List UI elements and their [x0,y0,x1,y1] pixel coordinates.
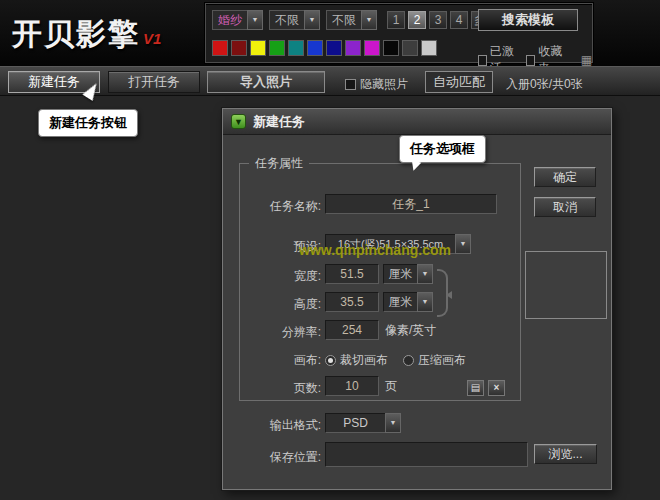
save-location-input[interactable] [325,442,528,467]
color-swatch[interactable] [269,40,285,56]
filter-panel: 婚纱 ▼ 不限 ▼ 不限 ▼ 1234多 搜索模板 已激活 [205,3,593,63]
task-name-input[interactable] [325,194,497,214]
width-unit-value: 厘米 [383,264,417,284]
search-template-button[interactable]: 搜索模板 [478,9,578,31]
chevron-down-icon[interactable]: ▼ [417,264,433,284]
task-name-label: 任务名称: [233,196,321,216]
save-location-label: 保存位置: [233,447,321,467]
ok-button[interactable]: 确定 [534,167,596,187]
width-unit-dropdown[interactable]: 厘米 ▼ [383,264,433,284]
dropdown-category-value: 婚纱 [212,10,247,30]
output-format-value: PSD [325,413,385,433]
dialog-title-bar: ▼ 新建任务 [223,109,611,135]
filter-row: 婚纱 ▼ 不限 ▼ 不限 ▼ 1234多 [212,10,489,30]
dropdown-filter-1[interactable]: 不限 ▼ [269,10,320,30]
radio-icon [403,355,414,366]
chevron-down-icon[interactable]: ▼ [361,10,377,30]
color-swatch[interactable] [250,40,266,56]
dropdown-filter-2[interactable]: 不限 ▼ [326,10,377,30]
filter-count-button-4[interactable]: 4 [450,11,468,29]
color-swatch[interactable] [307,40,323,56]
dialog-title: 新建任务 [253,109,305,135]
preview-box [525,251,607,319]
width-label: 宽度: [233,266,321,286]
hide-photos-label: 隐藏照片 [360,76,408,93]
canvas-label: 画布: [233,350,321,370]
height-unit-dropdown[interactable]: 厘米 ▼ [383,292,433,312]
width-input[interactable] [325,264,379,284]
app-window: 开贝影擎V1 婚纱 ▼ 不限 ▼ 不限 ▼ 1234多 搜索模板 [0,0,660,500]
resolution-label: 分辨率: [233,322,321,342]
filter-count-button-3[interactable]: 3 [429,11,447,29]
resolution-input[interactable] [325,320,379,340]
color-swatch[interactable] [421,40,437,56]
hide-photos-checkbox[interactable]: 隐藏照片 [345,76,408,93]
link-bracket-icon [437,269,448,317]
filter-count-button-1[interactable]: 1 [387,11,405,29]
color-swatch[interactable] [231,40,247,56]
import-photos-button[interactable]: 导入照片 [207,71,325,93]
grid-icon[interactable]: ▦ [581,53,592,67]
output-format-label: 输出格式: [233,415,321,435]
canvas-compress-label: 压缩画布 [418,352,466,369]
height-unit-value: 厘米 [383,292,417,312]
checkbox-icon [345,79,356,90]
auto-match-button[interactable]: 自动匹配 [425,71,493,93]
cancel-button[interactable]: 取消 [534,197,596,217]
pages-unit: 页 [385,376,397,396]
browse-button[interactable]: 浏览... [534,444,597,464]
canvas-compress-radio[interactable]: 压缩画布 [403,350,466,370]
dropdown-filter-2-value: 不限 [326,10,361,30]
chevron-down-icon[interactable]: ▼ [385,413,401,433]
logo-text: 开贝影擎 [12,17,140,50]
delete-preset-button[interactable]: × [488,380,505,396]
height-label: 高度: [233,294,321,314]
dialog-icon: ▼ [231,114,246,129]
save-preset-button[interactable]: ▤ [467,380,484,396]
toolbar: 新建任务 打开任务 导入照片 隐藏照片 自动匹配 入册0张/共0张 [0,66,660,96]
swatch-row [212,40,437,56]
output-format-dropdown[interactable]: PSD ▼ [325,413,401,433]
logo-version: V1 [143,30,161,47]
new-task-dialog: ▼ 新建任务 任务选项框 任务属性 任务名称: 预设: 16寸(竖)51.5×3… [222,108,612,490]
dropdown-filter-1-value: 不限 [269,10,304,30]
height-input[interactable] [325,292,379,312]
filter-count-button-2[interactable]: 2 [408,11,426,29]
chevron-down-icon[interactable]: ▼ [455,234,471,254]
color-swatch[interactable] [402,40,418,56]
radio-icon [325,355,336,366]
album-count: 入册0张/共0张 [506,76,583,93]
color-swatch[interactable] [345,40,361,56]
color-swatch[interactable] [364,40,380,56]
app-logo: 开贝影擎V1 [12,14,161,55]
chevron-down-icon[interactable]: ▼ [304,10,320,30]
callout-new-task: 新建任务按钮 [38,109,138,137]
callout-task-options: 任务选项框 [399,135,486,163]
dropdown-category[interactable]: 婚纱 ▼ [212,10,263,30]
app-header: 开贝影擎V1 婚纱 ▼ 不限 ▼ 不限 ▼ 1234多 搜索模板 [0,0,660,66]
canvas-crop-radio[interactable]: 裁切画布 [325,350,388,370]
main-area: 新建任务按钮 ▼ 新建任务 任务选项框 任务属性 任务名称: 预设: 16寸(竖… [0,96,660,500]
number-buttons: 1234多 [387,11,489,29]
watermark-text: www.qinpinchang.com [299,242,451,258]
checkbox-icon [526,55,535,66]
pages-input[interactable] [325,376,379,396]
pages-label: 页数: [233,378,321,398]
color-swatch[interactable] [212,40,228,56]
checkbox-icon [478,55,487,66]
task-properties-title: 任务属性 [249,155,309,172]
canvas-crop-label: 裁切画布 [340,352,388,369]
chevron-down-icon[interactable]: ▼ [417,292,433,312]
color-swatch[interactable] [288,40,304,56]
color-swatch[interactable] [326,40,342,56]
chevron-down-icon[interactable]: ▼ [247,10,263,30]
resolution-unit: 像素/英寸 [385,320,436,340]
open-task-button[interactable]: 打开任务 [108,71,200,93]
color-swatch[interactable] [383,40,399,56]
